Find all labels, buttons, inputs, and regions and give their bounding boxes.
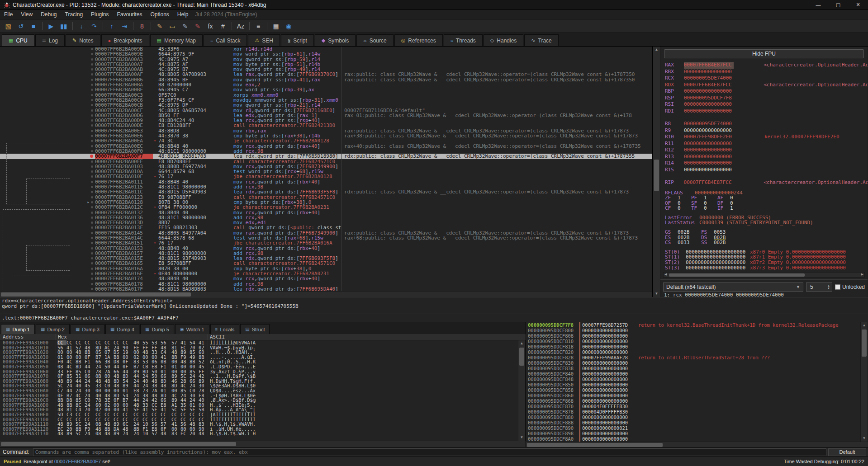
breakpoint-dot[interactable]	[91, 288, 93, 290]
stack-row[interactable]: 000000095DDCF8480000000000000000	[526, 377, 860, 382]
disasm-row[interactable]: 00007FF6B2BA017448:8B4B 40mov rcx,qword …	[0, 276, 652, 281]
stack-vertical-scrollbar[interactable]: ▲ ▼	[860, 322, 868, 442]
dump-row[interactable]: 00007FFE99A31050084C8D442450440FB7CBE8F1…	[0, 364, 518, 369]
disasm-gutter[interactable]	[0, 113, 95, 118]
run-icon[interactable]: ▶	[45, 21, 57, 32]
breakpoint-dot[interactable]	[91, 73, 93, 75]
breakpoint-dot[interactable]	[91, 160, 93, 163]
stack-row[interactable]: 000000095DDCF8A00000000000000000	[526, 436, 860, 442]
breakpoint-dot[interactable]	[91, 268, 93, 270]
disasm-row[interactable]: 00007FF6B2BA011C48:8D15 D5F4D903lea rdx,…	[0, 189, 652, 194]
disasm-row[interactable]: 00007FF6B2BA012C▾0F84 FF000000je charact…	[0, 205, 652, 210]
breakpoint-dot[interactable]	[91, 63, 93, 66]
stack-row[interactable]: 000000095DDCF8100000000000000000	[526, 339, 860, 344]
tab-log[interactable]: ≣Log	[35, 34, 65, 46]
register-row-r10[interactable]: R1000007FFE98DFE2E0kernel32.00007FFE98DF…	[660, 134, 868, 141]
stack-row[interactable]: 000000095DDCF8000000000000000000	[526, 328, 860, 333]
stack-row[interactable]: 000000095DDCF8300000000000000000	[526, 360, 860, 366]
register-row-r8[interactable]: R8000000095DE74000	[660, 121, 868, 127]
register-row-r12[interactable]: R120000000000000000	[660, 147, 868, 154]
disasm-gutter[interactable]	[0, 82, 95, 87]
breakpoint-address-link[interactable]: 00007FF6B2BA00F7	[54, 459, 101, 464]
st-register-row[interactable]: ST(2)00000000000000000000x87r2 Empty 0.0…	[660, 260, 868, 265]
scroll-left-arrow[interactable]: ◀	[664, 273, 667, 276]
water-icon[interactable]: ◉	[283, 21, 294, 32]
breakpoint-dot[interactable]	[91, 99, 93, 101]
tab-dump-4[interactable]: ▦Dump 4	[105, 324, 139, 334]
breakpoint-dot[interactable]	[91, 53, 93, 55]
register-row-r11[interactable]: R110000000000000000	[660, 141, 868, 147]
breakpoint-dot[interactable]	[91, 130, 93, 132]
breakpoint-dot[interactable]	[91, 273, 93, 275]
stack-row[interactable]: 000000095DDCF82800007FFE99A8AF28return t…	[526, 355, 860, 360]
breakpoint-dot[interactable]	[91, 79, 93, 81]
highlight-icon[interactable]: ✎	[192, 21, 204, 32]
tab-script[interactable]: §Script	[281, 34, 314, 46]
step-into-icon[interactable]: ↓	[76, 21, 87, 32]
breakpoint-dot[interactable]	[91, 242, 93, 244]
command-default-select[interactable]: Default	[828, 448, 866, 456]
argument-count-spinner[interactable]: 5 ▲▼	[806, 282, 832, 292]
disasm-row[interactable]: 00007FF6B2BA00BF66:8945 C7mov word ptr s…	[0, 87, 652, 92]
comment-icon[interactable]: ▭	[166, 21, 178, 32]
menu-plugins[interactable]: Plugins	[87, 10, 113, 19]
dump-row[interactable]: 00007FFE99A3113048895C240848897424105748…	[0, 431, 518, 436]
scroll-up-arrow[interactable]: ▲	[861, 322, 868, 329]
fastcall-arg-row[interactable]: 1: rcx 000000095DE74000 000000095DE74000	[660, 292, 868, 297]
breakpoint-dot[interactable]	[91, 252, 93, 254]
breakpoint-dot[interactable]	[91, 145, 93, 147]
breakpoint-dot[interactable]	[91, 232, 93, 234]
segment-row[interactable]: GS002BFS0053	[660, 230, 868, 235]
stack-row[interactable]: 000000095DDCF8500000000000000000	[526, 382, 860, 387]
disasm-row[interactable]: 00007FF6B2BA00CB4C:8975 DFmov qword ptr …	[0, 103, 652, 108]
tab-dump-1[interactable]: ▦Dump 1	[1, 324, 35, 334]
disasm-gutter[interactable]	[0, 67, 95, 72]
laststatus-row[interactable]: LastStatus C0000139 (STATUS_ENTRYPOINT_N…	[660, 220, 868, 226]
stack-row[interactable]: 000000095DDCF8980000000000000000	[526, 431, 860, 436]
hide-fpu-button[interactable]: Hide FPU	[664, 49, 864, 58]
breakpoint-dot[interactable]	[91, 278, 93, 280]
tab-dump-5[interactable]: ▦Dump 5	[140, 324, 174, 334]
stack-row[interactable]: 000000095DDCF8200000000000000000	[526, 349, 860, 355]
registers-panel[interactable]: Hide FPU RAX00007FF6B4E87FCC<charactercr…	[660, 47, 868, 297]
tab-dump-2[interactable]: ▦Dump 2	[36, 324, 70, 334]
breakpoint-dot[interactable]	[91, 68, 93, 71]
breakpoint-dot[interactable]	[91, 196, 93, 198]
breakpoint-dot[interactable]	[91, 58, 93, 61]
tab-references[interactable]: ◎References	[394, 34, 443, 46]
disasm-gutter[interactable]	[0, 87, 95, 92]
tab-call-stack[interactable]: ≡Call Stack	[204, 34, 247, 46]
disasm-gutter[interactable]	[0, 108, 95, 113]
disasm-gutter[interactable]	[0, 72, 95, 77]
breakpoint-dot[interactable]	[91, 140, 93, 142]
spin-down-icon[interactable]: ▼	[827, 287, 830, 290]
stack-row[interactable]: 000000095DDCF8600000000000000000	[526, 393, 860, 398]
register-row-r15[interactable]: R150000000000000000	[660, 167, 868, 174]
breakpoint-dot[interactable]	[91, 262, 93, 264]
register-row-rdx[interactable]: RDX00007FF6B4E87FCC<charactercreator.Opt…	[660, 82, 868, 89]
dump-row[interactable]: 00007FFE99A310A0C744243000000001E8737A01…	[0, 388, 518, 393]
breakpoint-dot[interactable]	[91, 237, 93, 239]
breakpoint-dot[interactable]	[91, 165, 93, 168]
disasm-row[interactable]: 00007FF6B2BA009E6644:8975 9Fmov word ptr…	[0, 52, 652, 56]
scroll-down-arrow[interactable]: ▼	[653, 291, 660, 297]
tab-trace[interactable]: ∿Trace	[524, 34, 558, 46]
breakpoint-dot[interactable]	[91, 150, 93, 152]
disasm-gutter[interactable]	[0, 118, 95, 123]
breakpoint-dot[interactable]	[91, 221, 93, 224]
stack-row[interactable]: 000000095DDCF8080000000000000000	[526, 333, 860, 339]
disasm-gutter[interactable]	[0, 47, 95, 52]
checkbox-icon[interactable]	[835, 284, 840, 290]
stack-row[interactable]: 000000095DDCF7F800007FFE98D7257Dreturn t…	[526, 322, 860, 328]
stop-icon[interactable]: ■	[28, 21, 39, 32]
tab-locals[interactable]: ≡Locals	[210, 324, 240, 334]
disasm-gutter[interactable]	[0, 123, 95, 128]
disasm-row[interactable]: 00007FF6B2BA00F748:8D15 82881703lea rdx,…	[0, 154, 652, 159]
dump-vertical-scrollbar[interactable]: ▲ ▼	[518, 340, 526, 441]
assemble-icon[interactable]: ✎	[154, 21, 166, 32]
open-file-icon[interactable]: ▧	[2, 21, 14, 32]
dump-rows[interactable]: 00007FFE99A31000CCCCCCCCCCCCCCCC40555356…	[0, 340, 518, 441]
tab-symbols[interactable]: ◆Symbols	[315, 34, 356, 46]
stack-row[interactable]: 000000095DDCF8880000000000000000	[526, 420, 860, 425]
close-button[interactable]: ✕	[848, 0, 868, 9]
